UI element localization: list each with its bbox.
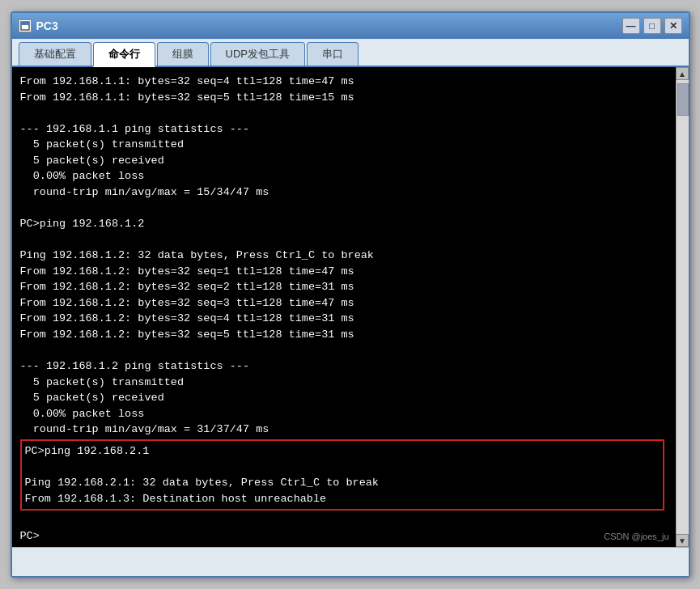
title-bar: PC3 — □ ✕ [12, 13, 689, 39]
tab-cmd[interactable]: 命令行 [93, 42, 155, 67]
terminal-prompt: PC> [20, 512, 668, 544]
tab-serial[interactable]: 串口 [307, 42, 358, 66]
terminal-lines-before: From 192.168.1.1: bytes=32 seq=4 ttl=128… [20, 74, 668, 438]
window-icon [19, 19, 32, 32]
terminal-output[interactable]: From 192.168.1.1: bytes=32 seq=4 ttl=128… [12, 67, 676, 547]
window-title: PC3 [36, 19, 58, 32]
bottom-bar [12, 547, 689, 576]
tab-components[interactable]: 组膜 [157, 42, 209, 66]
scrollbar-up[interactable]: ▲ [676, 67, 689, 80]
scrollbar-thumb[interactable] [677, 83, 689, 116]
main-content: From 192.168.1.1: bytes=32 seq=4 ttl=128… [12, 67, 689, 547]
scrollbar-down[interactable]: ▼ [676, 534, 689, 547]
pc3-window: PC3 — □ ✕ 基础配置 命令行 组膜 UDP发包工具 串口 From 19… [11, 11, 690, 578]
close-button[interactable]: ✕ [664, 18, 682, 34]
terminal-highlighted-section: PC>ping 192.168.2.1 Ping 192.168.2.1: 32… [20, 439, 664, 511]
watermark: CSDN @joes_ju [604, 531, 668, 544]
maximize-button[interactable]: □ [643, 18, 661, 34]
tab-udp[interactable]: UDP发包工具 [210, 42, 305, 66]
minimize-button[interactable]: — [622, 18, 640, 34]
tab-bar: 基础配置 命令行 组膜 UDP发包工具 串口 [12, 39, 689, 67]
scrollbar-track [677, 80, 689, 534]
svg-rect-1 [21, 22, 29, 25]
scrollbar[interactable]: ▲ ▼ [676, 67, 689, 547]
title-bar-left: PC3 [19, 19, 58, 32]
tab-basic[interactable]: 基础配置 [19, 42, 91, 66]
window-controls: — □ ✕ [622, 18, 682, 34]
